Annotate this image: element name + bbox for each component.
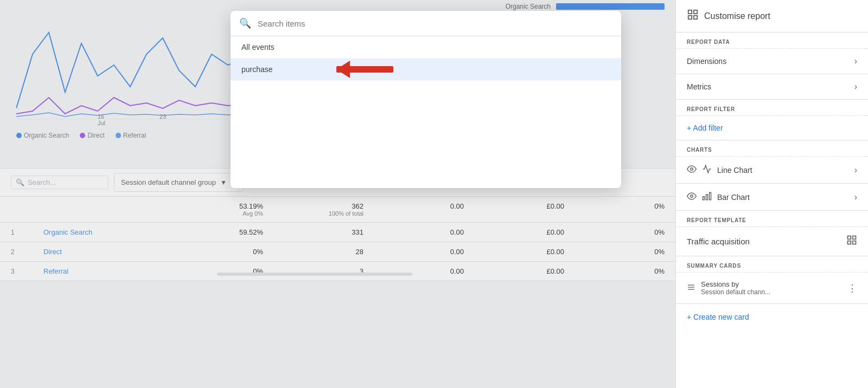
svg-rect-13 [853,236,856,240]
section-report-data: REPORT DATA [676,33,868,49]
section-summary-cards: SUMMARY CARDS [676,256,868,273]
template-name: Traffic acquisition [687,237,750,246]
eye-icon-line[interactable] [687,164,697,176]
svg-rect-3 [688,10,692,14]
eye-icon-bar[interactable] [687,191,697,203]
svg-point-7 [691,168,693,171]
create-card-label: + Create new card [687,313,749,321]
section-report-template: REPORT TEMPLATE [676,211,868,227]
bar-chart-item[interactable]: Bar Chart › [676,184,868,211]
bar-chart-label: Bar Chart [717,193,849,202]
svg-marker-2 [336,61,350,78]
add-filter-label: + Add filter [687,124,723,132]
card-sub: Session default chann... [701,288,842,296]
dropdown-option-all-events[interactable]: All events [231,36,621,59]
chevron-right-icon: › [854,192,857,202]
dimensions-label: Dimensions [687,57,726,66]
create-new-card-button[interactable]: + Create new card [676,304,868,330]
add-filter-button[interactable]: + Add filter [676,116,868,140]
card-text: Sessions by Session default chann... [701,280,842,296]
panel-title: Customise report [704,11,770,21]
svg-rect-10 [706,195,708,200]
svg-rect-5 [694,16,697,19]
dimensions-item[interactable]: Dimensions › [676,49,868,74]
svg-rect-11 [703,197,705,200]
metrics-item[interactable]: Metrics › [676,74,868,100]
line-chart-item[interactable]: Line Chart › [676,157,868,184]
svg-rect-6 [688,16,692,19]
dropdown-body: All events purchase [231,36,621,188]
grid-icon-bar [702,191,712,203]
dropdown-search-icon: 🔍 [239,17,251,29]
summary-card-item: Sessions by Session default chann... ⋮ [676,273,868,304]
dropdown-search-bar: 🔍 [231,11,621,36]
panel-header: Customise report [676,0,868,33]
card-name: Sessions by [701,280,842,288]
chevron-right-icon: › [854,165,857,175]
card-menu-icon[interactable]: ⋮ [847,282,857,294]
section-charts: CHARTS [676,140,868,157]
section-report-filter: REPORT FILTER [676,100,868,116]
line-chart-label: Line Chart [717,166,849,174]
svg-rect-9 [710,192,711,200]
svg-rect-4 [694,10,697,14]
svg-point-8 [691,195,693,198]
customise-icon [687,9,699,23]
template-section: Traffic acquisition [676,227,868,256]
grid-icon-line [702,164,712,176]
svg-rect-12 [848,236,851,240]
dropdown-search-input[interactable] [258,19,612,28]
template-icon [846,235,857,248]
chevron-right-icon: › [854,56,857,66]
svg-rect-14 [853,241,856,244]
dropdown-modal: 🔍 All events purchase [231,11,621,188]
card-rows-icon [687,283,695,294]
right-panel: Customise report REPORT DATA Dimensions … [675,0,868,388]
svg-rect-15 [848,241,851,244]
red-arrow-indicator [336,59,412,82]
chevron-right-icon: › [854,82,857,92]
dropdown-option-purchase[interactable]: purchase [231,59,621,81]
metrics-label: Metrics [687,82,711,91]
